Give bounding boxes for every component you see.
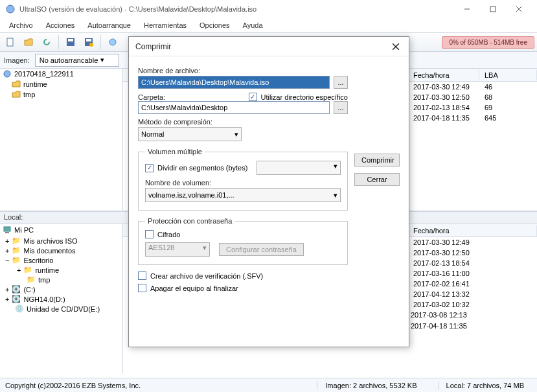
folder-icon: 📁	[12, 256, 21, 264]
dialog-close-button[interactable]	[389, 40, 402, 53]
menu-acciones[interactable]: Acciones	[40, 20, 82, 30]
open-icon[interactable]	[21, 34, 36, 50]
password-group: Protección con contraseña Cifrado AES128…	[138, 217, 348, 265]
local-node[interactable]: 💿Unidad de CD/DVD(E:)	[0, 304, 122, 314]
dialog-title: Comprimir	[135, 42, 389, 51]
svg-point-11	[109, 39, 116, 45]
app-icon	[5, 4, 16, 14]
col-date[interactable]: Fecha/hora	[408, 70, 479, 80]
maximize-button[interactable]	[480, 0, 506, 18]
tree-node-tmp[interactable]: tmp	[0, 89, 122, 100]
titlebar: UltraISO (versión de evaluación) - C:\Us…	[0, 0, 537, 18]
password-legend: Protección con contraseña	[145, 217, 234, 225]
statusbar: Copyright (c)2002-2016 EZB Systems, Inc.…	[0, 378, 537, 392]
cifrado-checkbox[interactable]: Cifrado	[145, 230, 341, 238]
sfv-checkbox[interactable]: Crear archivo de verificación (.SFV)	[138, 271, 348, 280]
menu-herramientas[interactable]: Herramientas	[137, 20, 193, 30]
dialog-titlebar[interactable]: Comprimir	[129, 37, 409, 56]
expand-icon[interactable]: +	[5, 286, 9, 294]
expand-icon[interactable]: +	[5, 295, 9, 303]
cd-icon: 💿	[15, 305, 24, 313]
local-node[interactable]: 📁tmp	[0, 275, 122, 284]
configure-password-button: Configurar contraseña	[219, 243, 304, 256]
menu-autoarranque[interactable]: Autoarranque	[81, 20, 137, 30]
volname-combo[interactable]: volname.isz,volname.i01,... ▾	[145, 188, 341, 202]
tree-root-label: 20170418_122911	[14, 70, 74, 78]
boot-combo[interactable]: No autoarrancable ▾	[35, 54, 119, 67]
svg-point-12	[4, 71, 10, 77]
chevron-down-icon: ▾	[203, 244, 207, 255]
status-local: Local: 7 archivos, 74 MB	[438, 382, 532, 389]
method-combo[interactable]: Normal ▾	[138, 127, 242, 141]
svg-rect-9	[86, 39, 91, 41]
folder-icon	[12, 80, 21, 89]
browse-folder-button[interactable]: ...	[334, 101, 348, 114]
cipher-combo: AES128▾	[145, 242, 210, 257]
multivolume-group: Volumen múltiple Dividir en segmentos (b…	[138, 148, 348, 211]
split-checkbox[interactable]: Dividir en segmentos (bytes)	[145, 164, 247, 172]
local-node[interactable]: +💽(C:)	[0, 284, 122, 294]
chevron-down-icon: ▾	[334, 162, 337, 174]
checkbox-icon	[138, 271, 146, 280]
expand-icon[interactable]: +	[17, 266, 21, 274]
folder-icon: 📁	[12, 246, 21, 255]
status-image: Imagen: 2 archivos, 5532 KB	[317, 382, 424, 389]
usedir-checkbox[interactable]: Utilizar directorio específico	[249, 93, 348, 101]
col-date[interactable]: Fecha/hora	[408, 225, 537, 236]
saveas-icon[interactable]	[81, 34, 97, 50]
local-node[interactable]: +💽NGH14.0(D:)	[0, 294, 122, 304]
local-node[interactable]: +📁Mis documentos	[0, 246, 122, 255]
multivolume-legend: Volumen múltiple	[145, 148, 205, 156]
folder-icon	[12, 90, 21, 99]
folder-icon: 📁	[12, 236, 21, 245]
disc-icon	[3, 69, 12, 78]
volname-label: Nombre de volumen:	[145, 179, 341, 187]
tool-icon[interactable]	[105, 34, 120, 50]
save-icon[interactable]	[63, 34, 78, 50]
svg-rect-7	[68, 39, 73, 41]
tree-root[interactable]: 20170418_122911	[0, 69, 122, 79]
svg-rect-5	[7, 38, 13, 46]
expand-icon[interactable]: +	[5, 247, 9, 255]
folder-label: Carpeta:	[138, 93, 165, 101]
compress-button[interactable]: Comprimir	[354, 154, 400, 167]
minimize-button[interactable]	[454, 0, 480, 18]
local-node[interactable]: +📁Mis archivos ISO	[0, 236, 122, 246]
reload-icon[interactable]	[39, 34, 54, 50]
close-button[interactable]	[506, 0, 532, 18]
status-copyright: Copyright (c)2002-2016 EZB Systems, Inc.	[5, 382, 141, 389]
tree-node-runtime[interactable]: runtime	[0, 79, 122, 89]
menu-ayuda[interactable]: Ayuda	[236, 20, 269, 30]
shutdown-checkbox[interactable]: Apagar el equipo al finalizar	[138, 284, 348, 292]
menu-archivo[interactable]: Archivo	[3, 20, 40, 30]
folder-icon: 📁	[23, 266, 32, 274]
local-root-label: Mi PC	[14, 226, 34, 234]
svg-point-0	[6, 5, 14, 13]
drive-icon: 💽	[12, 285, 21, 294]
expand-icon[interactable]: +	[5, 237, 9, 245]
image-tree: 20170418_122911 runtime tmp	[0, 69, 123, 211]
menu-opciones[interactable]: Opciones	[193, 20, 236, 30]
svg-rect-14	[5, 232, 9, 233]
checkbox-icon	[249, 93, 257, 101]
usedir-label: Utilizar directorio específico	[261, 93, 348, 101]
tree-node-label: tmp	[23, 91, 35, 98]
folder-input[interactable]	[138, 101, 330, 114]
chevron-down-icon: ▾	[234, 130, 238, 139]
split-size-combo[interactable]: ▾	[257, 161, 341, 175]
local-root[interactable]: Mi PC	[0, 224, 122, 236]
filename-input[interactable]	[138, 76, 330, 89]
browse-file-button[interactable]: ...	[334, 76, 348, 89]
new-icon[interactable]	[3, 34, 18, 50]
collapse-icon[interactable]: −	[5, 257, 9, 264]
local-node[interactable]: −📁Escritorio	[0, 255, 122, 265]
svg-point-10	[89, 43, 93, 47]
col-lba[interactable]: LBA	[479, 70, 537, 80]
checkbox-icon	[138, 284, 146, 292]
checkbox-icon	[145, 164, 154, 172]
filename-label: Nombre de archivo:	[138, 67, 348, 75]
close-dialog-button[interactable]: Cerrar	[354, 173, 400, 186]
image-label: Imagen:	[4, 56, 30, 64]
drive-icon: 💽	[12, 295, 21, 303]
local-node[interactable]: +📁runtime	[0, 265, 122, 275]
